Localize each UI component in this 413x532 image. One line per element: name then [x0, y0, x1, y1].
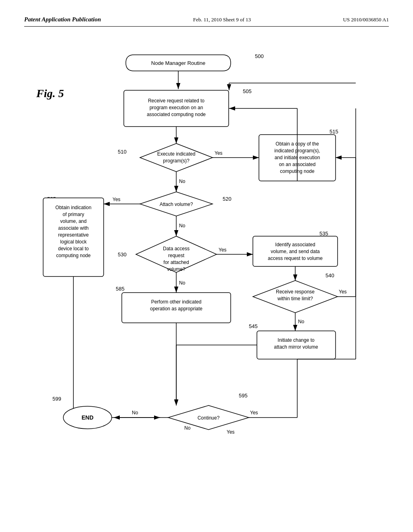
- diamond-510: [140, 143, 213, 172]
- publication-label: Patent Application Publication: [24, 16, 101, 23]
- node-599-text: END: [81, 414, 94, 421]
- label-595: 595: [239, 393, 248, 399]
- node-525-text3: volume, and: [60, 218, 86, 224]
- node-540-text2: within time limit?: [277, 296, 313, 301]
- node-535-text2: volume, and send data: [271, 249, 320, 254]
- yes1-label: Yes: [215, 150, 223, 156]
- node-530-text4: volume?: [167, 266, 186, 272]
- yes3-label: Yes: [219, 247, 227, 253]
- node-530-text3: for attached: [163, 260, 189, 265]
- flowchart-svg: 500 Node Manager Routine 505 Receive req…: [24, 31, 389, 494]
- yes5-label: Yes: [250, 410, 258, 416]
- label-540: 540: [325, 272, 334, 278]
- node-505-text3: associated computing node: [147, 112, 206, 117]
- node-505-text1: Receive request related to: [148, 98, 204, 104]
- node-585-text1: Perform other indicated: [151, 299, 202, 305]
- diagram-area: Fig. 5 500 Node Manager Routine 505 Rece…: [24, 31, 389, 494]
- label-530: 530: [118, 251, 127, 258]
- yes5-label-below: Yes: [227, 429, 235, 435]
- no3-label: No: [179, 280, 186, 286]
- label-585: 585: [116, 286, 125, 292]
- node-510-text2: program(s)?: [163, 158, 190, 164]
- node-505-text2: program execution on an: [150, 105, 203, 110]
- publication-date: Feb. 11, 2010 Sheet 9 of 13: [193, 17, 251, 23]
- node-545-text2: attach mirror volume: [274, 344, 318, 350]
- node-535-text3: access request to volume: [268, 256, 323, 261]
- no5-label: No: [132, 410, 138, 416]
- node-540-text1: Receive response: [276, 289, 315, 295]
- label-500: 500: [255, 53, 264, 59]
- node-525-text1: Obtain indication: [55, 205, 91, 210]
- node-525-text8: computing node: [56, 253, 91, 258]
- node-510-text1: Execute indicated: [157, 151, 196, 157]
- page-header: Patent Application Publication Feb. 11, …: [24, 16, 389, 27]
- node-manager-label: Node Manager Routine: [151, 60, 205, 66]
- node-525-text7: device local to: [58, 246, 89, 251]
- node-525-text6: logical block: [60, 239, 87, 245]
- yes4-label: Yes: [339, 289, 347, 295]
- node-535-text1: Identify associated: [275, 242, 315, 247]
- label-599: 599: [52, 396, 61, 402]
- no2-label: No: [179, 223, 186, 229]
- node-525-text4: associate with: [58, 225, 88, 231]
- node-525-text2: of primary: [63, 212, 84, 217]
- yes2-label: Yes: [113, 197, 121, 202]
- label-510: 510: [118, 149, 127, 155]
- no4-label: No: [298, 319, 305, 324]
- page: Patent Application Publication Feb. 11, …: [0, 0, 413, 532]
- no5-label-below: No: [184, 425, 191, 431]
- label-520: 520: [223, 196, 232, 202]
- node-525-text5: representative: [58, 232, 89, 238]
- node-520-text: Attach volume?: [160, 202, 193, 207]
- node-585-text2: operation as appropriate: [150, 306, 202, 312]
- label-535: 535: [319, 231, 328, 237]
- node-530-text1: Data access: [163, 246, 190, 251]
- patent-number: US 2010/0036850 A1: [343, 17, 389, 23]
- node-545-text1: Initiate change to: [277, 337, 315, 343]
- label-505: 505: [243, 88, 252, 94]
- label-515: 515: [330, 129, 338, 135]
- node-595-text: Continue?: [198, 415, 220, 421]
- label-545: 545: [249, 323, 258, 329]
- no1-label: No: [179, 179, 186, 184]
- node-530-text2: request: [168, 253, 185, 258]
